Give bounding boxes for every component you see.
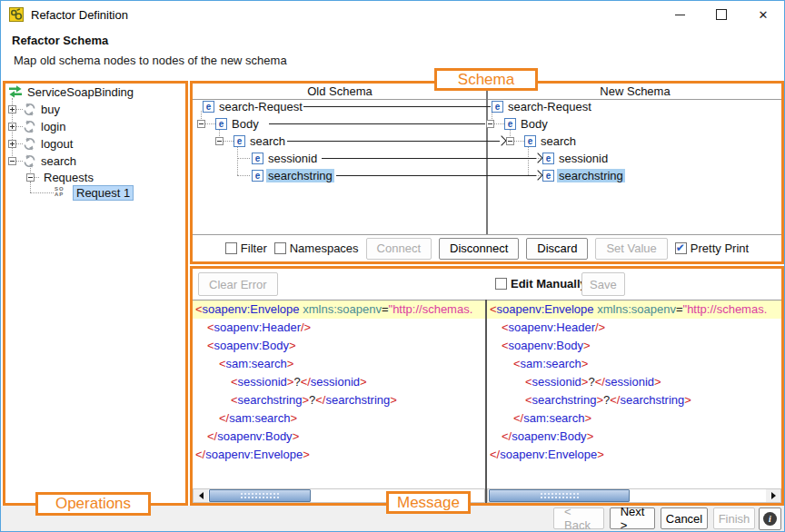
tree-item-logout[interactable]: logout: [8, 135, 75, 152]
node-label-highlighted[interactable]: searchstring: [557, 169, 625, 182]
new-message-editor[interactable]: <soapenv:Envelope xmlns:soapenv="http://…: [487, 300, 781, 503]
save-button[interactable]: Save: [581, 272, 625, 296]
node-label-highlighted[interactable]: searchstring: [266, 169, 334, 182]
tree-item-login[interactable]: login: [8, 118, 67, 134]
namespaces-checkbox[interactable]: [274, 242, 286, 254]
grip-icon: [540, 492, 580, 500]
node-label[interactable]: search-Request: [217, 100, 304, 113]
tree-line: [237, 175, 250, 176]
tree-line: [528, 145, 529, 175]
discard-button[interactable]: Discard: [526, 238, 588, 260]
edit-manually-checkbox[interactable]: [495, 278, 507, 290]
node-label[interactable]: Body: [519, 117, 550, 131]
node-label[interactable]: search-Request: [506, 100, 593, 113]
title-bar[interactable]: Refactor Definition ✕: [1, 1, 784, 28]
edit-manually-checkbox-group[interactable]: Edit Manually: [495, 277, 587, 291]
namespaces-checkbox-group[interactable]: Namespaces: [274, 241, 359, 255]
old-node-search[interactable]: e search: [215, 133, 287, 149]
scroll-right-button[interactable]: [766, 489, 780, 502]
tree-item-label-selected[interactable]: Request 1: [73, 185, 134, 201]
collapse-icon[interactable]: [26, 173, 35, 182]
clear-error-button[interactable]: Clear Error: [198, 272, 278, 296]
old-node-search-request[interactable]: e search-Request: [203, 98, 304, 114]
tree-item-label[interactable]: login: [39, 120, 67, 133]
tree-item-label[interactable]: logout: [39, 137, 75, 151]
element-icon: e: [492, 101, 503, 113]
collapse-icon[interactable]: [8, 157, 16, 165]
element-icon: e: [252, 153, 263, 164]
element-icon: e: [542, 153, 554, 164]
back-button[interactable]: < Back: [553, 507, 604, 529]
xml-line: </soapenv:Envelope>: [193, 446, 485, 464]
arrow-left-icon: [199, 492, 204, 499]
tree-item-label[interactable]: buy: [39, 103, 62, 116]
schema-callout: Schema: [434, 68, 538, 91]
expand-icon[interactable]: [8, 105, 16, 113]
xml-line: <soapenv:Envelope xmlns:soapenv="http://…: [487, 300, 781, 319]
xml-line: </soapenv:Body>: [487, 428, 781, 446]
tree-item-servicesoapbinding[interactable]: ServiceSoapBinding: [8, 84, 135, 100]
maximize-button[interactable]: [701, 1, 742, 28]
collapse-icon[interactable]: [215, 137, 224, 145]
node-label[interactable]: sessionid: [266, 152, 319, 165]
xml-line: </sam:search>: [487, 409, 781, 428]
tree-item-requests[interactable]: Requests: [26, 169, 95, 185]
xml-line: <sessionid>?</sessionid>: [487, 373, 781, 391]
cancel-button[interactable]: Cancel: [661, 507, 708, 529]
info-button[interactable]: i: [759, 507, 781, 530]
soap-request-icon: SOAP: [55, 186, 69, 199]
xml-line: </soapenv:Body>: [193, 428, 485, 446]
collapse-icon[interactable]: [506, 137, 514, 145]
new-node-search-request[interactable]: e search-Request: [492, 98, 593, 114]
node-label[interactable]: search: [539, 134, 578, 148]
next-button[interactable]: Next >: [610, 507, 655, 529]
page-title: Refactor Schema: [12, 34, 108, 47]
filter-checkbox[interactable]: [225, 242, 237, 254]
scrollbar-thumb[interactable]: [489, 489, 630, 502]
xml-line: <soapenv:Body>: [193, 337, 485, 355]
xml-line: <soapenv:Body>: [487, 337, 781, 355]
minimize-icon: [675, 15, 685, 15]
scroll-left-button[interactable]: [194, 489, 208, 502]
collapse-icon[interactable]: [486, 120, 494, 128]
old-node-sessionid[interactable]: e sessionid: [252, 150, 319, 166]
horizontal-scrollbar[interactable]: [487, 488, 781, 503]
app-icon: [9, 7, 24, 22]
disconnect-button[interactable]: Disconnect: [439, 238, 519, 260]
tree-item-search[interactable]: search: [8, 153, 78, 169]
new-node-search[interactable]: e search: [506, 133, 578, 149]
old-message-editor[interactable]: <soapenv:Envelope xmlns:soapenv="http://…: [193, 300, 485, 503]
old-node-searchstring[interactable]: e searchstring: [252, 167, 334, 183]
xml-line: </soapenv:Envelope>: [487, 446, 781, 464]
new-node-sessionid[interactable]: e sessionid: [542, 150, 610, 166]
new-node-searchstring[interactable]: e searchstring: [542, 167, 625, 183]
xml-line: <soapenv:Envelope xmlns:soapenv="http://…: [193, 300, 485, 319]
filter-checkbox-group[interactable]: Filter: [225, 241, 267, 255]
node-label[interactable]: sessionid: [557, 152, 610, 165]
xml-line: <sam:search>: [193, 355, 485, 373]
minimize-button[interactable]: [659, 1, 701, 28]
expand-icon[interactable]: [8, 123, 16, 131]
tree-item-request-1[interactable]: SOAP Request 1: [55, 184, 134, 201]
new-node-body[interactable]: e Body: [486, 115, 550, 132]
old-node-body[interactable]: e Body: [197, 115, 261, 132]
set-value-button[interactable]: Set Value: [595, 238, 667, 260]
node-label[interactable]: search: [248, 134, 287, 148]
collapse-icon[interactable]: [197, 120, 205, 128]
tree-item-label[interactable]: ServiceSoapBinding: [25, 85, 135, 99]
expand-icon[interactable]: [8, 140, 16, 148]
pretty-print-checkbox[interactable]: [675, 242, 687, 254]
message-panel: Clear Error Edit Manually Save <soapenv:…: [190, 266, 784, 506]
tree-item-label[interactable]: Requests: [42, 171, 95, 184]
tree-item-buy[interactable]: buy: [8, 101, 62, 117]
node-label[interactable]: Body: [230, 117, 261, 131]
element-icon: e: [203, 101, 214, 113]
close-button[interactable]: ✕: [742, 1, 784, 28]
pretty-print-checkbox-group[interactable]: Pretty Print: [675, 241, 749, 255]
connect-button[interactable]: Connect: [366, 238, 432, 260]
tree-item-label[interactable]: search: [39, 154, 78, 168]
finish-button[interactable]: Finish: [713, 507, 755, 529]
element-icon: e: [215, 118, 227, 130]
edit-manually-label: Edit Manually: [511, 277, 587, 291]
scrollbar-thumb[interactable]: [209, 489, 311, 502]
